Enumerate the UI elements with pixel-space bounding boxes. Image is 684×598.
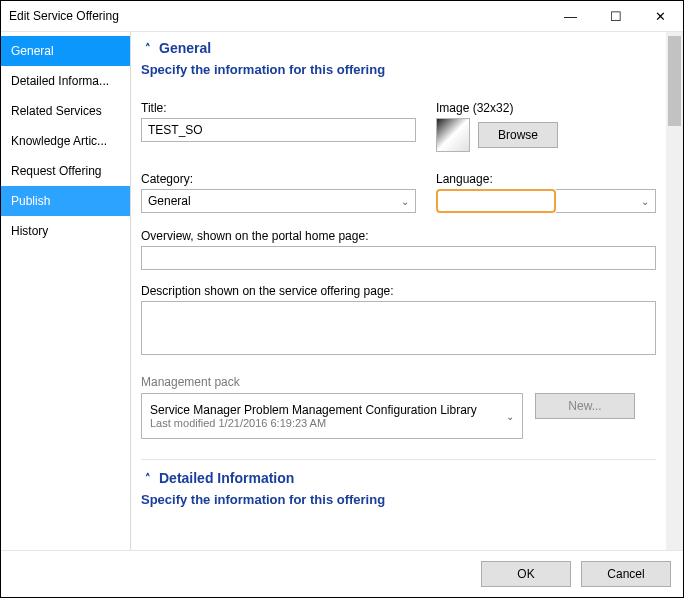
cancel-button[interactable]: Cancel	[581, 561, 671, 587]
new-button[interactable]: New...	[535, 393, 635, 419]
maximize-button[interactable]: ☐	[593, 1, 638, 31]
description-input[interactable]	[141, 301, 656, 355]
scrollbar-thumb[interactable]	[668, 36, 681, 126]
language-select[interactable]	[436, 189, 556, 213]
section-subtitle-general: Specify the information for this offerin…	[135, 60, 662, 91]
sidebar: General Detailed Informa... Related Serv…	[1, 32, 131, 550]
title-label: Title:	[141, 101, 416, 115]
chevron-up-icon: ˄	[141, 472, 155, 485]
language-select-extra[interactable]: ⌄	[556, 189, 656, 213]
footer: OK Cancel	[1, 551, 683, 597]
section-title-general: General	[159, 40, 211, 56]
category-value: General	[148, 194, 191, 208]
chevron-up-icon: ˄	[141, 42, 155, 55]
sidebar-item-request[interactable]: Request Offering	[1, 156, 130, 186]
sidebar-item-history[interactable]: History	[1, 216, 130, 246]
category-label: Category:	[141, 172, 416, 186]
ok-button[interactable]: OK	[481, 561, 571, 587]
window: Edit Service Offering — ☐ ✕ General Deta…	[0, 0, 684, 598]
titlebar: Edit Service Offering — ☐ ✕	[1, 1, 683, 31]
chevron-down-icon: ⌄	[401, 196, 409, 207]
sidebar-item-related[interactable]: Related Services	[1, 96, 130, 126]
chevron-down-icon: ⌄	[506, 411, 514, 422]
section-header-general[interactable]: ˄ General	[135, 32, 662, 60]
body: General Detailed Informa... Related Serv…	[1, 32, 683, 551]
sidebar-item-knowledge[interactable]: Knowledge Artic...	[1, 126, 130, 156]
mp-label: Management pack	[141, 375, 656, 389]
sidebar-item-publish[interactable]: Publish	[1, 186, 130, 216]
section-subtitle-detailed: Specify the information for this offerin…	[135, 490, 662, 521]
content: ˄ General Specify the information for th…	[131, 32, 666, 550]
description-label: Description shown on the service offerin…	[141, 284, 656, 298]
section-header-detailed[interactable]: ˄ Detailed Information	[135, 462, 662, 490]
minimize-button[interactable]: —	[548, 1, 593, 31]
chevron-down-icon: ⌄	[641, 196, 649, 207]
overview-input[interactable]	[141, 246, 656, 270]
title-input[interactable]	[141, 118, 416, 142]
main-pane: ˄ General Specify the information for th…	[131, 32, 683, 550]
overview-label: Overview, shown on the portal home page:	[141, 229, 656, 243]
sidebar-item-general[interactable]: General	[1, 36, 130, 66]
close-button[interactable]: ✕	[638, 1, 683, 31]
category-select[interactable]: General ⌄	[141, 189, 416, 213]
language-label: Language:	[436, 172, 656, 186]
section-title-detailed: Detailed Information	[159, 470, 294, 486]
image-thumbnail-icon	[436, 118, 470, 152]
scrollbar[interactable]	[666, 32, 683, 550]
sidebar-item-detailed[interactable]: Detailed Informa...	[1, 66, 130, 96]
mp-modified: Last modified 1/21/2016 6:19:23 AM	[150, 417, 514, 429]
window-title: Edit Service Offering	[9, 9, 548, 23]
management-pack-select[interactable]: Service Manager Problem Management Confi…	[141, 393, 523, 439]
browse-button[interactable]: Browse	[478, 122, 558, 148]
image-label: Image (32x32)	[436, 101, 656, 115]
mp-value: Service Manager Problem Management Confi…	[150, 403, 514, 417]
